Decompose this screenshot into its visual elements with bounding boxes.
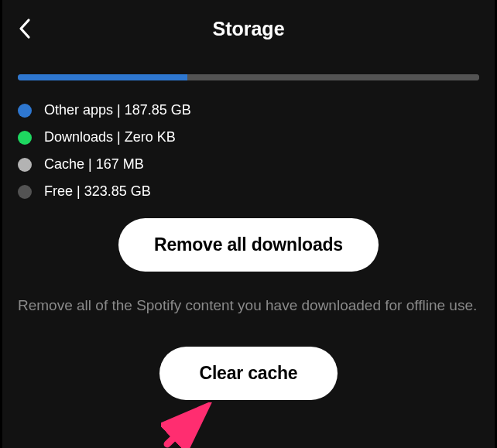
dot-icon xyxy=(18,131,32,145)
legend-item-other: Other apps | 187.85 GB xyxy=(18,102,479,118)
dot-icon xyxy=(18,185,32,199)
svg-line-0 xyxy=(167,410,203,444)
legend-label: Downloads | Zero KB xyxy=(44,129,176,145)
annotation-arrow-icon xyxy=(161,402,215,448)
legend-label: Other apps | 187.85 GB xyxy=(44,102,191,118)
storage-bar-free xyxy=(187,74,479,80)
legend-item-downloads: Downloads | Zero KB xyxy=(18,129,479,145)
page-title: Storage xyxy=(2,18,495,40)
legend-label: Free | 323.85 GB xyxy=(44,183,151,200)
legend-label: Cache | 167 MB xyxy=(44,156,144,173)
remove-downloads-description: Remove all of the Spotify content you ha… xyxy=(2,272,495,317)
clear-cache-button[interactable]: Clear cache xyxy=(159,347,338,400)
storage-bar xyxy=(18,74,479,80)
dot-icon xyxy=(18,104,32,118)
storage-bar-container xyxy=(2,51,495,88)
legend-item-free: Free | 323.85 GB xyxy=(18,183,479,200)
storage-bar-other xyxy=(18,74,187,80)
legend-item-cache: Cache | 167 MB xyxy=(18,156,479,173)
header: Storage xyxy=(2,0,495,51)
dot-icon xyxy=(18,158,32,172)
remove-all-downloads-button[interactable]: Remove all downloads xyxy=(118,218,379,272)
storage-legend: Other apps | 187.85 GB Downloads | Zero … xyxy=(2,88,495,200)
